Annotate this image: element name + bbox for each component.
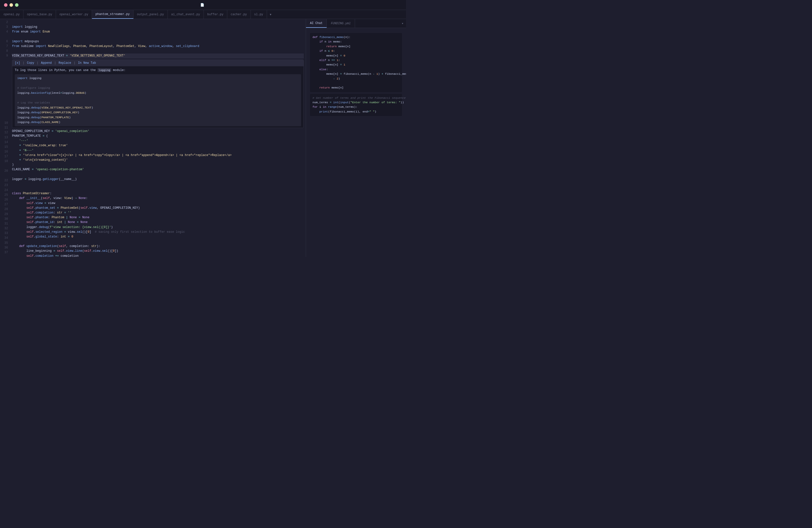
tab-bar: openai.py openai_base.py openai_worker.p…: [0, 10, 406, 19]
code-line: self.global_state: int = 0: [12, 235, 304, 239]
ai-chat-content[interactable]: def fibonacci_memo(n): if n in memo: ret…: [306, 28, 406, 257]
code-line: ): [12, 162, 304, 167]
window-title: 📄: [200, 3, 206, 7]
popup-new-tab-link[interactable]: In New Tab: [78, 60, 96, 65]
popup-header: [x] | Copy | Append | Replace | In New T…: [12, 60, 304, 66]
code-line: def update_completion(self, completion: …: [12, 244, 304, 249]
popup-replace-link[interactable]: Replace: [58, 60, 71, 65]
code-line: [12, 34, 304, 39]
code-line: CLASS_NAME = 'openai-completion-phantom': [12, 167, 304, 172]
popup-code: import logging # Configure logging loggi…: [15, 74, 301, 126]
tab-output-panel-py[interactable]: output_panel.py: [133, 10, 168, 19]
code-line: [12, 182, 304, 187]
code-line: logger.debug(f'view selection: {view.sel…: [12, 225, 304, 230]
code-content: 2 3 4 6 7 8 9: [0, 19, 306, 257]
code-line: OPENAI_COMPLETION_KEY = 'openai_completi…: [12, 129, 304, 134]
popup-close-link[interactable]: [x]: [15, 60, 20, 65]
code-line: line_beginning = self.view.line(self.vie…: [12, 249, 304, 253]
code-line: class PhantomStreamer:: [12, 191, 304, 196]
popup-text: To log those lines in Python, you can us…: [15, 68, 301, 73]
code-line: [12, 187, 304, 191]
maximize-button[interactable]: [15, 3, 18, 7]
titlebar: 📄: [0, 0, 406, 10]
ai-panel: AI Chat FUNDING.yml ▾ def fibonacci_memo…: [306, 19, 406, 257]
code-line: [12, 239, 304, 244]
tab-openai-py[interactable]: openai.py: [0, 10, 24, 19]
file-icon: 📄: [200, 3, 204, 7]
tab-ai-chat-event-py[interactable]: ai_chat_event.py: [168, 10, 204, 19]
tab-sl-py[interactable]: sl.py: [251, 10, 267, 19]
code-line: self.view = view: [12, 201, 304, 206]
code-lines: import logging from enum import Enum imp…: [10, 19, 306, 257]
popup-append-link[interactable]: Append: [41, 60, 52, 65]
code-line-highlighted: VIEW_SETTINGS_KEY_OPENAI_TEXT = 'VIEW_SE…: [12, 54, 304, 58]
code-line: [12, 172, 304, 177]
code-line: + '\n\n{streaming_content}': [12, 158, 304, 162]
tab-openai-base-py[interactable]: openai_base.py: [24, 10, 56, 19]
tab-buffer-py[interactable]: buffer.py: [204, 10, 227, 19]
ai-panel-tabs: AI Chat FUNDING.yml ▾: [306, 19, 406, 28]
code-line: from sublime import NewFileFlags, Phanto…: [12, 44, 304, 49]
code-line: [12, 20, 304, 25]
code-line: self.selected_region = view.sel()[0] # s…: [12, 230, 304, 235]
code-line: from enum import Enum: [12, 29, 304, 34]
code-line: + '\nallow_code_wrap: true': [12, 143, 304, 148]
code-line: def __init__(self, view: View) → None:: [12, 196, 304, 201]
inline-popup: [x] | Copy | Append | Replace | In New T…: [12, 59, 304, 128]
code-line: self.completion: str = '': [12, 210, 304, 215]
code-editor[interactable]: 2 3 4 6 7 8 9: [0, 19, 306, 257]
ai-code-main: # Get number of terms and print the Fibo…: [310, 94, 402, 116]
tab-ai-chat[interactable]: AI Chat: [306, 19, 327, 28]
tab-overflow-button[interactable]: ▾: [267, 10, 275, 19]
code-line: + 'N---': [12, 148, 304, 153]
popup-copy-link[interactable]: Copy: [27, 60, 34, 65]
ai-tab-group: AI Chat FUNDING.yml: [306, 19, 355, 28]
close-button[interactable]: [4, 3, 8, 7]
line-numbers: 2 3 4 6 7 8 9: [0, 19, 10, 257]
traffic-lights: [4, 3, 18, 7]
code-line: logger = logging.getLogger(__name__): [12, 177, 304, 182]
code-line: [12, 49, 304, 54]
code-line: self.phantom_set = PhantomSet(self.view,…: [12, 206, 304, 210]
code-line: import mdpopups: [12, 39, 304, 44]
tab-funding-yml[interactable]: FUNDING.yml: [327, 19, 355, 28]
code-line: self.phantom: Phantom | None = None: [12, 215, 304, 220]
tab-cacher-py[interactable]: cacher.py: [227, 10, 251, 19]
code-line: import logging: [12, 25, 304, 29]
minimize-button[interactable]: [10, 3, 13, 7]
tab-openai-worker-py[interactable]: openai_worker.py: [56, 10, 92, 19]
code-line: '---': [12, 138, 304, 143]
ai-panel-overflow-button[interactable]: ▾: [399, 19, 406, 28]
code-line: self.phantom_id: int | None = None: [12, 220, 304, 225]
code-line: + '\n\n<a href="close">[x]</a> | <a href…: [12, 153, 304, 158]
tab-phantom-streamer-py[interactable]: phantom_streamer.py: [92, 10, 133, 19]
ai-code-fibonacci: def fibonacci_memo(n): if n in memo: ret…: [310, 33, 402, 92]
code-line: self.completion += completion: [12, 254, 304, 257]
code-line: PHANTOM_TEMPLATE = (: [12, 134, 304, 138]
main-layout: 2 3 4 6 7 8 9: [0, 19, 406, 257]
